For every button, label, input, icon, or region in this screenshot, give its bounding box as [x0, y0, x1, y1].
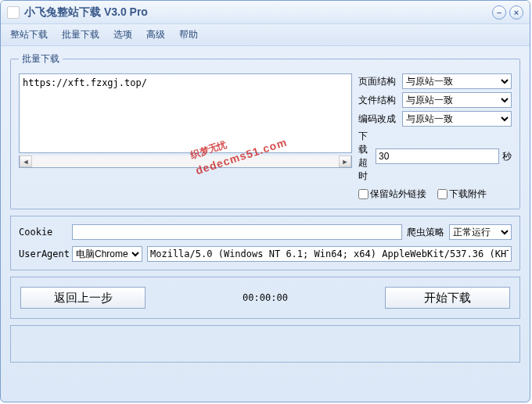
menu-help[interactable]: 帮助	[179, 28, 198, 41]
scroll-right-icon[interactable]: ►	[339, 156, 351, 167]
download-attach-checkbox[interactable]: 下载附件	[437, 188, 487, 201]
cookie-label: Cookie	[19, 227, 67, 238]
useragent-label: UserAgent	[19, 248, 67, 259]
url-box: https://xft.fzxgj.top/ ◄ ►	[19, 73, 352, 201]
window-buttons: – ×	[492, 5, 523, 20]
useragent-input[interactable]	[147, 246, 512, 262]
back-button[interactable]: 返回上一步	[20, 287, 146, 309]
minimize-button[interactable]: –	[492, 5, 506, 20]
menu-site-download[interactable]: 整站下载	[10, 28, 48, 41]
log-group	[10, 325, 520, 363]
options-column: 页面结构 与原站一致 文件结构 与原站一致 编码改成 与原站一致 下载超时	[358, 73, 512, 201]
batch-group-title: 批量下载	[19, 52, 63, 66]
http-group: Cookie 爬虫策略 正常运行 UserAgent 电脑Chrome	[10, 216, 520, 270]
menu-options[interactable]: 选项	[113, 28, 132, 41]
timeout-label: 下载超时	[358, 130, 372, 183]
encoding-label: 编码改成	[358, 113, 399, 126]
keep-ext-links-checkbox[interactable]: 保留站外链接	[358, 188, 426, 201]
timeout-input[interactable]	[376, 148, 499, 164]
page-struct-select[interactable]: 与原站一致	[402, 73, 512, 89]
close-button[interactable]: ×	[509, 5, 523, 20]
menubar: 整站下载 批量下载 选项 高级 帮助	[1, 24, 530, 46]
client-area: 批量下载 https://xft.fzxgj.top/ ◄ ► 页面结构 与原站…	[1, 46, 530, 369]
useragent-preset-select[interactable]: 电脑Chrome	[72, 246, 142, 262]
page-struct-label: 页面结构	[358, 75, 399, 88]
scroll-track[interactable]	[32, 156, 339, 167]
scroll-left-icon[interactable]: ◄	[20, 156, 32, 167]
horizontal-scrollbar[interactable]: ◄ ►	[19, 156, 352, 168]
app-window: 小飞兔整站下载 V3.0 Pro – × 整站下载 批量下载 选项 高级 帮助 …	[0, 0, 530, 402]
timeout-unit: 秒	[502, 150, 512, 163]
action-group: 返回上一步 00:00:00 开始下载	[10, 277, 520, 319]
batch-group: 批量下载 https://xft.fzxgj.top/ ◄ ► 页面结构 与原站…	[10, 52, 520, 209]
file-struct-select[interactable]: 与原站一致	[402, 92, 512, 108]
app-icon	[7, 6, 20, 19]
crawl-policy-select[interactable]: 正常运行	[449, 224, 512, 240]
start-download-button[interactable]: 开始下载	[385, 287, 510, 309]
url-textarea[interactable]: https://xft.fzxgj.top/	[19, 73, 352, 153]
file-struct-label: 文件结构	[358, 94, 399, 107]
timer-display: 00:00:00	[152, 292, 379, 303]
crawl-policy-label: 爬虫策略	[407, 226, 444, 239]
menu-batch-download[interactable]: 批量下载	[62, 28, 99, 41]
menu-advanced[interactable]: 高级	[146, 28, 165, 41]
encoding-select[interactable]: 与原站一致	[402, 111, 512, 127]
cookie-input[interactable]	[72, 224, 402, 240]
window-title: 小飞兔整站下载 V3.0 Pro	[24, 5, 148, 20]
titlebar: 小飞兔整站下载 V3.0 Pro – ×	[1, 1, 530, 24]
